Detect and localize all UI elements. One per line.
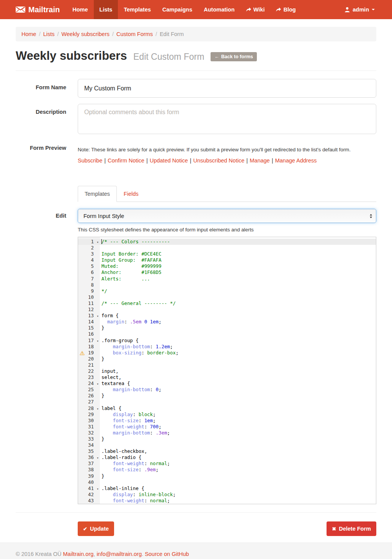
line-number: 3 <box>78 251 100 257</box>
line-number: 17▾ <box>78 338 100 344</box>
code-text: font-weight: 700; <box>100 424 162 430</box>
code-text: */ <box>100 288 107 294</box>
back-to-forms-button[interactable]: ← Back to forms <box>211 52 257 61</box>
code-text: } <box>100 325 104 331</box>
fold-arrow-icon[interactable]: ▾ <box>97 486 99 492</box>
code-text: Input Group: #FAFAFA <box>100 257 162 263</box>
line-number: 4 <box>78 257 100 263</box>
code-line: 36▾.label-radio { <box>78 454 376 461</box>
line-number: 8 <box>78 282 100 288</box>
line-number: 5 <box>78 263 100 269</box>
footer-link-info@mailtrain.org[interactable]: info@mailtrain.org <box>96 551 142 557</box>
breadcrumb-separator: / <box>36 31 43 37</box>
code-line: 28▾label { <box>78 405 376 411</box>
fold-arrow-icon[interactable]: ▾ <box>97 313 99 319</box>
line-number: 11 <box>78 300 100 307</box>
nav-item-automation[interactable]: Automation <box>198 0 240 19</box>
nav-item-wiki[interactable]: Wiki <box>240 0 271 19</box>
line-number: 31 <box>78 424 100 430</box>
check-icon: ✔ <box>83 526 87 532</box>
brand-link[interactable]: Mailtrain <box>16 0 67 19</box>
line-number: 14 <box>78 319 100 325</box>
edit-help-text: This CSS stylesheet defines the appearan… <box>78 227 376 233</box>
code-line: 11/* --- General -------- */ <box>78 300 376 307</box>
code-line: 35.label-checkbox, <box>78 448 376 454</box>
code-text: /* --- General -------- */ <box>100 300 176 307</box>
fold-arrow-icon[interactable]: ▾ <box>97 338 99 344</box>
preview-link-manage[interactable]: Manage <box>250 157 270 164</box>
fold-arrow-icon[interactable]: ▾ <box>97 455 99 461</box>
code-lines: 1▾/* --- Colors ----------23Input Border… <box>78 237 376 504</box>
fold-arrow-icon[interactable]: ▾ <box>97 406 99 412</box>
code-line: 44 margin-left: .3em; <box>78 504 376 504</box>
update-button[interactable]: ✔ Update <box>78 521 114 536</box>
preview-link-manage-address[interactable]: Manage Address <box>275 157 317 164</box>
code-line: 10 <box>78 294 376 300</box>
line-number: 25 <box>78 387 100 393</box>
code-line: 4Input Group: #FAFAFA <box>78 257 376 263</box>
nav-item-label: Automation <box>204 7 235 13</box>
nav-item-lists[interactable]: Lists <box>94 0 118 19</box>
code-line: 19 box-sizing: border-box; <box>78 350 376 356</box>
code-line: 23select, <box>78 374 376 380</box>
code-line: 40 <box>78 479 376 485</box>
line-number: 26 <box>78 393 100 399</box>
fold-arrow-icon[interactable]: ▾ <box>97 239 99 245</box>
code-line: 34 <box>78 442 376 448</box>
edit-template-select[interactable]: Form Input Style <box>78 209 376 223</box>
code-text: .label-checkbox, <box>100 448 147 454</box>
code-line: 39} <box>78 473 376 479</box>
main-nav: HomeListsTemplatesCampaignsAutomationWik… <box>67 0 301 19</box>
code-line: 26} <box>78 393 376 399</box>
nav-item-blog[interactable]: Blog <box>270 0 301 19</box>
preview-link-subscribe[interactable]: Subscribe <box>78 157 102 164</box>
line-number: 37 <box>78 461 100 467</box>
css-code-editor[interactable]: 1▾/* --- Colors ----------23Input Border… <box>78 237 376 504</box>
line-number: 6 <box>78 269 100 275</box>
form-name-input[interactable] <box>78 79 376 98</box>
footer-link-source-on-github[interactable]: Source on GitHub <box>145 551 189 557</box>
code-line: 32 margin-bottom: .3em; <box>78 430 376 436</box>
code-text: margin-left: .3em; <box>100 504 164 504</box>
line-number: 44 <box>78 504 100 504</box>
x-icon: ✖ <box>332 526 336 532</box>
code-line: 37 font-weight: normal; <box>78 461 376 467</box>
code-line: 9*/ <box>78 288 376 294</box>
code-line: 17▾.form-group { <box>78 338 376 344</box>
brand-label: Mailtrain <box>28 5 60 14</box>
preview-link-updated-notice[interactable]: Updated Notice <box>150 157 188 164</box>
line-number: 43 <box>78 498 100 504</box>
breadcrumb-link-custom-forms[interactable]: Custom Forms <box>116 31 153 37</box>
description-textarea[interactable] <box>78 104 376 134</box>
code-line: 43 font-weight: normal; <box>78 498 376 504</box>
line-number: 20 <box>78 356 100 362</box>
tab-fields[interactable]: Fields <box>117 186 145 202</box>
code-text: label { <box>100 405 121 411</box>
breadcrumb-link-weekly-subscribers[interactable]: Weekly subscribers <box>62 31 109 37</box>
code-text: .form-group { <box>100 338 139 344</box>
nav-item-label: Wiki <box>253 7 265 13</box>
nav-item-campaigns[interactable]: Campaigns <box>157 0 198 19</box>
line-number: 16 <box>78 331 100 337</box>
code-line: 16 <box>78 331 376 337</box>
breadcrumb-link-home[interactable]: Home <box>21 31 36 37</box>
tab-templates[interactable]: Templates <box>78 186 117 202</box>
code-line: 20} <box>78 356 376 362</box>
delete-form-button[interactable]: ✖ Delete Form <box>327 521 376 536</box>
preview-link-confirm-notice[interactable]: Confirm Notice <box>108 157 144 164</box>
footer-link-mailtrain.org[interactable]: Mailtrain.org <box>63 551 94 557</box>
preview-link-unsubscribed-notice[interactable]: Unsubscribed Notice <box>193 157 245 164</box>
pipe-separator: | <box>144 157 150 164</box>
breadcrumb-link-lists[interactable]: Lists <box>43 31 55 37</box>
header-divider <box>16 70 376 71</box>
nav-item-home[interactable]: Home <box>67 0 93 19</box>
pipe-separator: | <box>270 157 275 164</box>
fold-arrow-icon[interactable]: ▾ <box>97 381 99 387</box>
user-menu[interactable]: admin <box>343 0 376 19</box>
code-line: 1▾/* --- Colors ---------- <box>78 239 376 245</box>
nav-item-templates[interactable]: Templates <box>118 0 157 19</box>
code-line: 22input, <box>78 368 376 374</box>
code-line: 41▾.label-inline { <box>78 485 376 492</box>
envelope-icon <box>16 7 25 13</box>
code-text <box>100 442 101 448</box>
